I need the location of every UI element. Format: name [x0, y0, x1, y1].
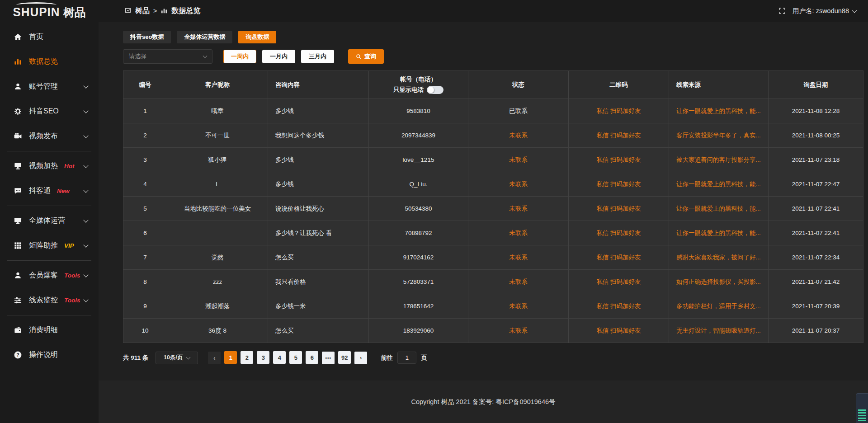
cell-date: 2021-11-07 22:41	[769, 221, 863, 245]
page-button-92[interactable]: 92	[338, 351, 351, 364]
col-source: 线索来源	[669, 71, 769, 99]
source-link[interactable]: 如何正确选择投影仪，买投影...	[676, 278, 761, 285]
cell-date: 2021-11-08 00:25	[769, 123, 863, 148]
col-date: 询盘日期	[769, 71, 863, 99]
qr-link[interactable]: 私信 扫码加好友	[596, 303, 641, 310]
cell-status: 未联系	[468, 294, 569, 319]
page-button-3[interactable]: 3	[257, 351, 269, 364]
source-link[interactable]: 客厅安装投影半年多了，真实...	[676, 132, 761, 139]
sidebar-item-consume-detail[interactable]: 消费明细	[0, 318, 99, 343]
search-button[interactable]: 查询	[348, 49, 384, 64]
qr-link[interactable]: 私信 扫码加好友	[596, 205, 641, 212]
floating-widget[interactable]	[856, 393, 868, 423]
chevron-down-icon	[83, 108, 88, 113]
sidebar-item-douyin-seo[interactable]: 抖音SEO	[0, 99, 99, 124]
tab-douyin-seo-data[interactable]: 抖音seo数据	[123, 31, 171, 43]
wallet-icon	[14, 326, 22, 334]
chevron-down-icon	[83, 272, 88, 277]
user-menu[interactable]: 用户名: zswodun88	[793, 7, 856, 15]
cell-content: 怎么买	[268, 319, 369, 343]
cell-account: Q_Liu.	[369, 172, 468, 197]
sidebar-item-data-overview[interactable]: 数据总览	[0, 49, 99, 74]
main-area: 抖音seo数据全媒体运营数据询盘数据 请选择 一周内一月内三月内 查询	[99, 22, 868, 423]
sidebar-item-help[interactable]: ?操作说明	[0, 343, 99, 367]
cell-date: 2021-11-07 22:34	[769, 245, 863, 270]
source-link[interactable]: 多功能护栏灯，适用于乡村文...	[676, 303, 761, 310]
period-button-one-month[interactable]: 一月内	[262, 50, 295, 63]
next-page-button[interactable]: ›	[354, 352, 367, 364]
page-button-1[interactable]: 1	[224, 351, 237, 364]
sidebar-item-badge: VIP	[64, 242, 74, 249]
sidebar-item-video-publish[interactable]: 视频发布	[0, 124, 99, 149]
breadcrumb-root[interactable]: 树品	[135, 6, 150, 16]
sidebar-item-account-management[interactable]: 账号管理	[0, 74, 99, 99]
bar-chart-icon	[14, 57, 22, 66]
col-nickname: 客户昵称	[167, 71, 268, 99]
cell-qr: 私信 扫码加好友	[569, 197, 669, 221]
page-button-2[interactable]: 2	[241, 351, 253, 364]
cell-status: 未联系	[468, 197, 569, 221]
cell-content: 我想问这个多少钱	[268, 123, 369, 148]
period-button-three-month[interactable]: 三月内	[301, 50, 334, 63]
source-link[interactable]: 让你一眼就爱上的黑科技，能...	[676, 108, 761, 114]
video-icon	[14, 132, 22, 141]
cell-nickname: 哦章	[167, 99, 268, 123]
top-bar: SHUPIN 树品 树品 > 数据总览 用户名: zswodun88	[0, 0, 868, 22]
qr-link[interactable]: 私信 扫码加好友	[596, 181, 641, 188]
cell-nickname: 36度 8	[167, 319, 268, 343]
filter-select[interactable]: 请选择	[123, 49, 212, 64]
source-link[interactable]: 被大家追着问的客厅投影分享...	[676, 156, 761, 163]
cell-nickname: 不可一世	[167, 123, 268, 148]
chevron-down-icon	[83, 133, 88, 138]
sidebar-item-label: 数据总览	[29, 57, 58, 66]
source-link[interactable]: 无主灯设计，智能磁吸轨道灯...	[676, 327, 761, 334]
page-button-5[interactable]: 5	[289, 351, 302, 364]
cell-content: 多少钱	[268, 172, 369, 197]
phone-only-toggle[interactable]	[427, 86, 443, 94]
source-link[interactable]: 让你一眼就爱上的黑科技，能...	[676, 181, 761, 188]
tab-inquiry-data[interactable]: 询盘数据	[238, 31, 276, 43]
sidebar-item-video-heat[interactable]: 视频加热Hot	[0, 154, 99, 179]
sidebar-item-matrix-boost[interactable]: 矩阵助推VIP	[0, 233, 99, 258]
qr-link[interactable]: 私信 扫码加好友	[596, 108, 641, 114]
period-button-one-week[interactable]: 一周内	[223, 50, 256, 63]
sidebar-item-media-operation[interactable]: 全媒体运营	[0, 208, 99, 233]
source-link[interactable]: 让你一眼就爱上的黑科技，能...	[676, 230, 761, 236]
sidebar-item-label: 全媒体运营	[29, 216, 65, 226]
content-area: 抖音seo数据全媒体运营数据询盘数据 请选择 一周内一月内三月内 查询	[99, 22, 868, 381]
sidebar-item-label: 抖音SEO	[29, 107, 59, 116]
prev-page-button[interactable]: ‹	[208, 352, 221, 364]
sidebar-item-member-baoke[interactable]: 会员爆客Tools	[0, 263, 99, 288]
sidebar-item-badge: New	[57, 188, 70, 194]
fullscreen-icon[interactable]	[778, 7, 786, 14]
tab-media-operation-data[interactable]: 全媒体运营数据	[177, 31, 232, 43]
qr-link[interactable]: 私信 扫码加好友	[596, 254, 641, 261]
cell-status: 未联系	[468, 172, 569, 197]
sidebar-item-home[interactable]: 首页	[0, 24, 99, 49]
qr-link[interactable]: 私信 扫码加好友	[596, 230, 641, 236]
sidebar-item-douketong[interactable]: 抖客通New	[0, 179, 99, 203]
cell-account: love__1215	[369, 148, 468, 172]
sidebar-menu: 首页数据总览账号管理抖音SEO视频发布视频加热Hot抖客通New全媒体运营矩阵助…	[0, 24, 99, 367]
qr-link[interactable]: 私信 扫码加好友	[596, 278, 641, 285]
logo-text-cn: 树品	[63, 2, 86, 20]
source-link[interactable]: 让你一眼就爱上的黑科技，能...	[676, 205, 761, 212]
cell-status: 未联系	[468, 319, 569, 343]
sidebar-item-label: 抖客通	[29, 186, 51, 196]
qr-link[interactable]: 私信 扫码加好友	[596, 132, 641, 139]
qr-link[interactable]: 私信 扫码加好友	[596, 156, 641, 163]
page-button-4[interactable]: 4	[273, 351, 286, 364]
source-link[interactable]: 感谢大家喜欢我家，被问了好...	[676, 254, 761, 261]
chevron-down-icon	[83, 217, 88, 222]
page-ellipsis[interactable]: •••	[322, 352, 335, 364]
sidebar-item-clue-monitor[interactable]: 线索监控Tools	[0, 288, 99, 313]
cell-nickname: 当地比较能吃的一位美女	[167, 197, 268, 221]
goto-page-input[interactable]	[397, 352, 416, 364]
table-header-row: 编号 客户昵称 咨询内容 帐号（电话） 只显示电话 状态 二维码 线索来源	[123, 71, 863, 99]
screen-icon	[14, 162, 22, 170]
cell-qr: 私信 扫码加好友	[569, 99, 669, 123]
page-button-6[interactable]: 6	[306, 351, 318, 364]
cell-nickname: zzz	[167, 270, 268, 294]
page-size-select[interactable]: 10条/页	[156, 352, 198, 364]
qr-link[interactable]: 私信 扫码加好友	[596, 327, 641, 334]
